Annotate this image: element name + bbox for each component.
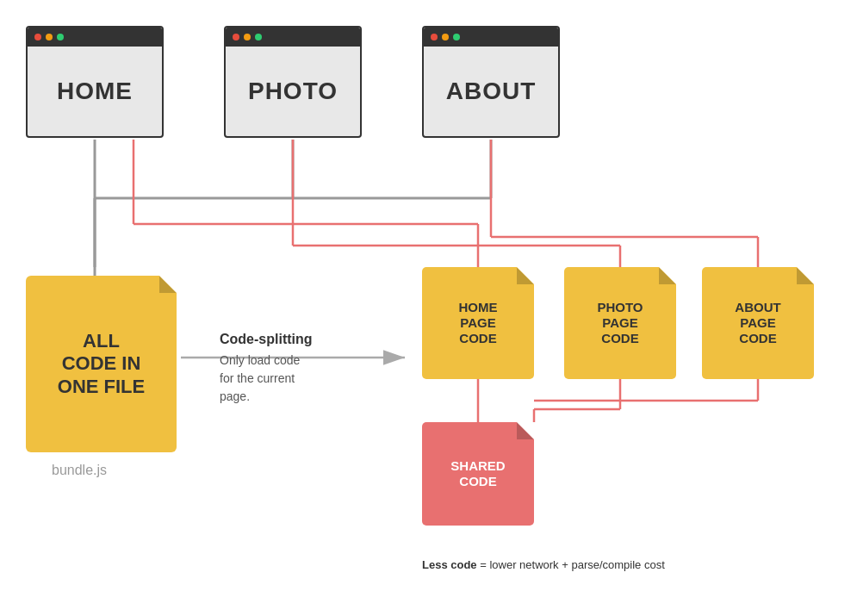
dot-green <box>255 34 262 40</box>
bundle-label: bundle.js <box>52 463 107 478</box>
all-code-file: ALL CODE IN ONE FILE <box>26 276 177 452</box>
bottom-label: Less code = lower network + parse/compil… <box>422 558 665 571</box>
home-browser: HOME <box>26 26 164 138</box>
photo-page-code-file: PHOTOPAGECODE <box>564 267 676 379</box>
home-browser-label: HOME <box>57 78 133 105</box>
home-browser-content: HOME <box>28 47 162 136</box>
less-code-bold: Less code <box>422 558 477 571</box>
dot-green <box>453 34 460 40</box>
home-browser-toolbar <box>28 28 162 47</box>
about-browser-toolbar <box>424 28 558 47</box>
photo-browser-toolbar <box>226 28 360 47</box>
photo-browser-content: PHOTO <box>226 47 360 136</box>
shared-code-text: SHAREDCODE <box>440 450 515 498</box>
photo-browser: PHOTO <box>224 26 362 138</box>
code-splitting-title: Code-splitting <box>220 332 313 347</box>
photo-page-code-text: PHOTOPAGECODE <box>587 291 653 355</box>
dot-green <box>57 34 64 40</box>
photo-browser-label: PHOTO <box>248 78 338 105</box>
shared-code-file: SHAREDCODE <box>422 422 534 526</box>
dot-yellow <box>442 34 449 40</box>
home-page-code-file: HOMEPAGECODE <box>422 267 534 379</box>
about-browser: ABOUT <box>422 26 560 138</box>
code-splitting-desc: Only load codefor the currentpage. <box>220 352 392 406</box>
less-code-suffix: = lower network + parse/compile cost <box>477 558 665 571</box>
about-page-code-file: ABOUTPAGECODE <box>702 267 814 379</box>
dot-yellow <box>244 34 251 40</box>
dot-red <box>233 34 239 40</box>
about-browser-label: ABOUT <box>446 78 537 105</box>
home-page-code-text: HOMEPAGECODE <box>449 291 508 355</box>
dot-red <box>34 34 41 40</box>
dot-red <box>431 34 438 40</box>
about-page-code-text: ABOUTPAGECODE <box>724 291 791 355</box>
dot-yellow <box>46 34 53 40</box>
about-browser-content: ABOUT <box>424 47 558 136</box>
all-code-file-text: ALL CODE IN ONE FILE <box>47 321 155 407</box>
diagram-container: HOME PHOTO ABOUT ALL CODE IN ONE FILE bu… <box>0 0 857 616</box>
